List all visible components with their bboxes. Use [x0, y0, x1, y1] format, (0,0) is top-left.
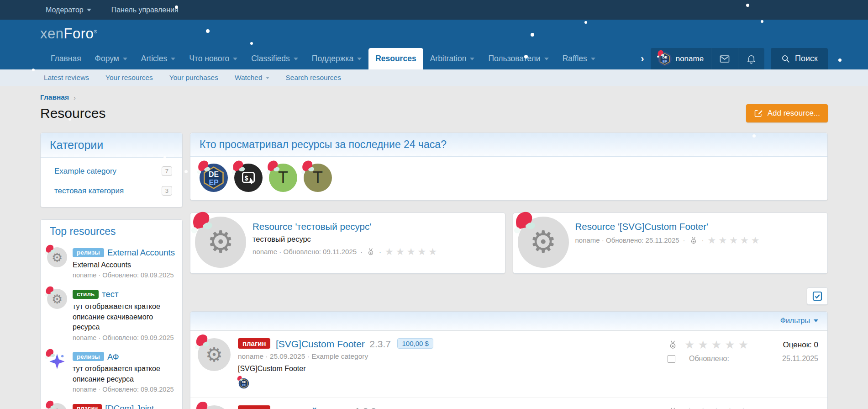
chevron-down-icon: [294, 58, 298, 60]
viewer-avatar-t-olive[interactable]: T: [304, 164, 332, 192]
gear-avatar: ⚙: [47, 289, 67, 309]
chevron-down-icon: [87, 9, 91, 11]
top-resource-item[interactable]: ⚙ стильтест тут отображается краткое опи…: [41, 285, 182, 347]
featured-resource-card[interactable]: ⚙ Resource '[SVG]Custom Footer' noname ·…: [513, 212, 828, 274]
svg-text:DE: DE: [209, 170, 219, 178]
star-rating: ★★★★★: [385, 247, 439, 256]
admin-panel-link[interactable]: Панель управления: [111, 6, 179, 14]
updater-avatar[interactable]: DE EP: [238, 377, 250, 389]
categories-block: Категории Example category 7 тестовая ка…: [40, 133, 183, 207]
breadcrumb-home[interactable]: Главная: [40, 93, 69, 101]
recent-viewers-heading: Кто просматривал ресурсы за последние 24…: [190, 133, 827, 157]
chevron-down-icon: [123, 58, 127, 60]
updated-label: Обновлено:: [689, 355, 729, 363]
gear-avatar: ⚙: [198, 338, 231, 371]
gear-avatar: ⚙: [47, 247, 67, 267]
resource-row[interactable]: ⚙ плагин тестовый ресурс 1.0.0 ★★: [190, 398, 827, 409]
chevron-down-icon: [357, 58, 362, 60]
xenforo-logo[interactable]: xenForo®: [40, 26, 97, 42]
resource-tagline: тестовый ресурс: [253, 235, 439, 244]
tab-support[interactable]: Поддержка: [305, 48, 368, 69]
chevron-down-icon: [591, 58, 595, 60]
subnav-watched[interactable]: Watched: [235, 74, 269, 82]
resource-list: Фильтры ⚙ плагин [SVG]Custom Footer 2.3.…: [190, 311, 828, 409]
inbox-button[interactable]: [711, 48, 738, 69]
tab-resources[interactable]: Resources: [368, 48, 423, 69]
chevron-down-icon: [171, 58, 175, 60]
tab-raffles[interactable]: Raffles: [556, 48, 602, 69]
tab-users[interactable]: Пользователи: [481, 48, 555, 69]
star-rating[interactable]: ★★★★★: [684, 406, 752, 409]
top-resource-item[interactable]: ⚙ плагин[DCom] Joint Purchases aaa nonam…: [41, 399, 182, 409]
medal-icon: [668, 407, 678, 409]
sidebar: Категории Example category 7 тестовая ка…: [40, 133, 183, 409]
resource-version: 1.0.0: [355, 406, 376, 409]
account-menu[interactable]: DE EP noname: [651, 48, 711, 69]
viewer-avatar-dollar[interactable]: $: [234, 164, 263, 192]
resource-tagline: тут отображается краткое описание ресурс…: [73, 364, 175, 384]
resource-link[interactable]: Resource '[SVG]Custom Footer': [575, 221, 709, 232]
add-resource-button[interactable]: Add resource...: [746, 104, 828, 122]
rating-count: Оценок: 0: [783, 408, 818, 409]
subnav-search-resources[interactable]: Search resources: [286, 74, 341, 82]
resource-meta: noname · Обновлено: 09.09.2025: [73, 386, 175, 393]
chevron-down-icon: [544, 58, 549, 60]
site-header: xenForo® Главная Форум Articles Что ново…: [0, 20, 868, 69]
prefix-badge: стиль: [73, 290, 99, 299]
resource-version: 2.3.7: [369, 339, 391, 349]
top-resource-item[interactable]: релизыАФ тут отображается краткое описан…: [41, 347, 182, 399]
gear-avatar: ⚙: [47, 403, 67, 409]
resource-link[interactable]: тестовый ресурс: [276, 406, 350, 409]
category-example[interactable]: Example category 7: [41, 161, 182, 181]
featured-resource-card[interactable]: ⚙ Resource 'тестовый ресурс' тестовый ре…: [190, 212, 505, 274]
mail-icon: [719, 53, 730, 64]
nav-overflow-chevron-icon[interactable]: ›: [634, 48, 650, 69]
chevron-down-icon: [814, 319, 818, 322]
svg-text:EP: EP: [662, 59, 667, 64]
rating-count: Оценок: 0: [783, 340, 818, 350]
resource-meta: noname · Обновлено: 25.11.2025 · · ★★★★★: [575, 235, 762, 245]
tab-forum[interactable]: Форум: [88, 48, 134, 69]
resource-link[interactable]: [SVG]Custom Footer: [276, 339, 365, 349]
category-count-badge: 7: [162, 166, 172, 176]
resource-link[interactable]: тест: [102, 289, 118, 299]
resource-meta: noname · Обновлено: 09.09.2025: [73, 271, 175, 279]
viewer-avatar-t-green[interactable]: T: [269, 164, 297, 192]
tab-home[interactable]: Главная: [44, 48, 88, 69]
subnav-latest-reviews[interactable]: Latest reviews: [44, 74, 89, 82]
price-badge: 100,00 $: [397, 338, 433, 349]
svg-text:EP: EP: [209, 179, 219, 186]
gear-avatar: ⚙: [195, 217, 246, 268]
search-button[interactable]: Поиск: [771, 48, 828, 69]
multi-select-button[interactable]: [807, 287, 828, 305]
categories-heading: Категории: [41, 133, 182, 158]
user-avatar: DE EP: [658, 52, 672, 66]
svg-text:DE: DE: [242, 381, 246, 383]
updated-date: 25.11.2025: [782, 355, 818, 363]
main-nav: Главная Форум Articles Что нового Classi…: [0, 48, 868, 69]
category-test[interactable]: тестовая категория 3: [41, 181, 182, 201]
checkbox-checked-icon: [812, 291, 822, 301]
recent-viewers-block: Кто просматривал ресурсы за последние 24…: [190, 133, 828, 201]
search-icon: [781, 54, 790, 64]
prefix-badge: релизы: [73, 248, 104, 257]
tab-articles[interactable]: Articles: [134, 48, 182, 69]
select-checkbox[interactable]: [668, 355, 675, 363]
top-resource-item[interactable]: ⚙ релизыExternal Accounts External Accou…: [41, 243, 182, 285]
subnav-your-purchases[interactable]: Your purchases: [169, 74, 218, 82]
subnav-your-resources[interactable]: Your resources: [105, 74, 153, 82]
resource-link[interactable]: АФ: [107, 352, 119, 361]
alerts-button[interactable]: [738, 48, 764, 69]
tab-whats-new[interactable]: Что нового: [182, 48, 244, 69]
moderator-menu[interactable]: Модератор: [46, 6, 91, 14]
filters-menu[interactable]: Фильтры: [190, 312, 827, 330]
resource-link[interactable]: External Accounts: [107, 248, 175, 257]
prefix-badge: плагин: [238, 338, 270, 349]
tab-arbitration[interactable]: Arbitration: [423, 48, 482, 69]
tab-classifieds[interactable]: Classifieds: [244, 48, 305, 69]
viewer-avatar-deep[interactable]: DE EP: [200, 164, 228, 192]
star-rating: ★★★★★: [708, 235, 762, 245]
resource-link[interactable]: Resource 'тестовый ресурс': [253, 221, 371, 232]
star-rating[interactable]: ★★★★★: [684, 339, 752, 351]
resource-row[interactable]: ⚙ плагин [SVG]Custom Footer 2.3.7 100,00…: [190, 330, 827, 398]
